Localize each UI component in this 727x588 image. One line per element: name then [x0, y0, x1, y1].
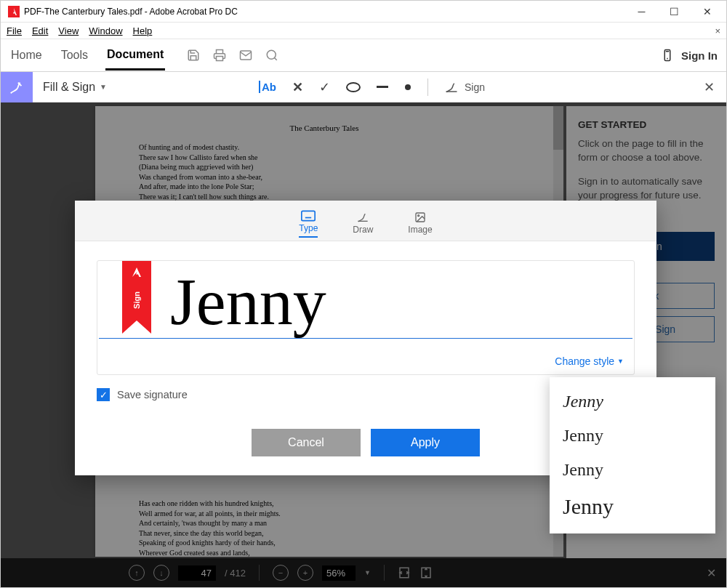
modal-tabs: Type Draw Image	[75, 201, 656, 241]
menu-bar: File Edit View Window Help ×	[1, 23, 726, 39]
fill-sign-label: Fill & Sign	[43, 81, 95, 94]
title-bar: PDF-The Canterbury Tales.pdf - Adobe Acr…	[1, 1, 726, 23]
svg-point-3	[268, 50, 276, 59]
close-toolbar-icon[interactable]: ✕	[704, 79, 715, 95]
adobe-logo-icon	[131, 267, 142, 278]
style-option-3[interactable]: Jenny	[550, 453, 715, 487]
menubar-close-icon[interactable]: ×	[715, 25, 720, 36]
svg-point-8	[347, 83, 360, 92]
chevron-down-icon: ▼	[100, 83, 107, 91]
fill-sign-dropdown[interactable]: Fill & Sign ▼	[43, 81, 107, 94]
svg-point-10	[405, 84, 411, 90]
tab-draw-label: Draw	[353, 225, 373, 235]
keyboard-icon	[301, 210, 316, 222]
close-button[interactable]: ✕	[691, 1, 723, 22]
svg-rect-9	[377, 86, 388, 88]
nav-home[interactable]: Home	[9, 41, 44, 69]
chevron-down-icon: ▼	[617, 358, 624, 365]
circle-tool-icon[interactable]	[346, 82, 361, 92]
change-style-link[interactable]: Change style ▼	[555, 355, 624, 367]
ribbon-label: Sign	[132, 291, 141, 309]
tab-draw[interactable]: Draw	[353, 212, 373, 238]
toolbar-divider	[427, 78, 428, 96]
menu-help[interactable]: Help	[133, 25, 153, 36]
signature-input-box[interactable]: Sign Jenny Change style ▼	[97, 260, 635, 375]
dot-tool-icon[interactable]	[404, 84, 411, 91]
sign-tool[interactable]: Sign	[444, 81, 485, 94]
line-tool-icon[interactable]	[377, 86, 388, 89]
svg-rect-1	[217, 57, 223, 61]
mail-icon[interactable]	[239, 49, 252, 62]
svg-line-4	[275, 57, 277, 60]
svg-point-20	[418, 215, 419, 217]
text-tool-icon[interactable]: Ab	[259, 81, 276, 93]
top-toolbar: Home Tools Document Sign In	[1, 39, 726, 72]
menu-edit[interactable]: Edit	[32, 25, 48, 36]
style-option-4[interactable]: Jenny	[550, 487, 715, 526]
save-icon[interactable]	[187, 49, 200, 62]
sign-tool-label: Sign	[465, 81, 485, 93]
apply-button[interactable]: Apply	[371, 429, 480, 456]
tab-type[interactable]: Type	[299, 210, 318, 238]
sign-ribbon: Sign	[122, 261, 151, 321]
fill-sign-toolbar: Fill & Sign ▼ Ab ✕ ✓ Sign ✕	[1, 72, 726, 102]
image-icon	[413, 212, 427, 223]
window-title: PDF-The Canterbury Tales.pdf - Adobe Acr…	[24, 7, 625, 17]
style-option-2[interactable]: Jenny	[550, 419, 715, 453]
style-dropdown: Jenny Jenny Jenny Jenny	[550, 377, 715, 533]
menu-file[interactable]: File	[7, 25, 22, 36]
print-icon[interactable]	[213, 49, 226, 62]
app-icon	[8, 6, 20, 17]
style-option-1[interactable]: Jenny	[550, 384, 715, 419]
search-icon[interactable]	[265, 49, 278, 62]
draw-icon	[356, 212, 370, 223]
svg-rect-13	[302, 211, 315, 220]
nav-document[interactable]: Document	[105, 41, 165, 71]
fill-sign-badge-icon	[1, 72, 33, 102]
x-mark-tool-icon[interactable]: ✕	[292, 79, 303, 95]
checkmark-tool-icon[interactable]: ✓	[319, 79, 330, 95]
menu-view[interactable]: View	[58, 25, 79, 36]
minimize-button[interactable]: ─	[625, 1, 658, 22]
tab-type-label: Type	[299, 223, 318, 233]
tab-image[interactable]: Image	[408, 212, 432, 238]
sign-in-label: Sign In	[681, 49, 718, 62]
signature-preview: Jenny	[170, 268, 326, 335]
menu-window[interactable]: Window	[89, 25, 122, 36]
cancel-button[interactable]: Cancel	[252, 429, 361, 456]
sign-in-button[interactable]: Sign In	[661, 49, 718, 62]
nav-tools[interactable]: Tools	[60, 41, 89, 69]
tab-image-label: Image	[408, 225, 432, 235]
mobile-icon	[661, 49, 674, 62]
save-signature-checkbox[interactable]: ✓	[97, 388, 110, 401]
save-signature-label: Save signature	[117, 389, 188, 400]
maximize-button[interactable]: ☐	[658, 1, 691, 22]
change-style-label: Change style	[555, 355, 614, 367]
